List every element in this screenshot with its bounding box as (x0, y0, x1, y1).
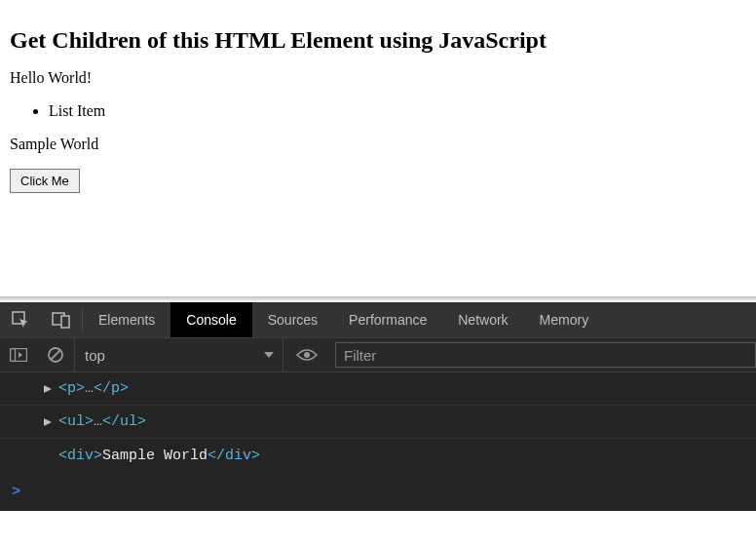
log-tag-close: </p> (94, 380, 129, 397)
svg-point-7 (304, 352, 310, 358)
console-log-row[interactable]: <p>…</p> (0, 372, 756, 406)
svg-rect-2 (61, 316, 69, 328)
prompt-chevron-icon: > (12, 484, 20, 500)
filter-input[interactable]: Filter (335, 342, 756, 368)
log-tag-open: <div> (58, 448, 102, 464)
disclosure-triangle-icon[interactable] (43, 417, 53, 427)
chevron-down-icon (263, 349, 275, 361)
tab-performance[interactable]: Performance (333, 302, 442, 337)
tab-memory[interactable]: Memory (524, 302, 605, 337)
log-ellipsis: … (94, 413, 102, 430)
disclosure-triangle-icon[interactable] (43, 384, 53, 394)
log-tag-open: <ul> (58, 413, 94, 430)
tab-console[interactable]: Console (170, 302, 251, 337)
console-log-row[interactable]: <div>Sample World</div> (0, 439, 756, 472)
log-tag-open: <p> (58, 380, 85, 397)
tab-sources[interactable]: Sources (252, 302, 333, 337)
live-expression-icon[interactable] (283, 338, 329, 371)
sample-div: Sample World (10, 136, 746, 153)
execution-context-label: top (85, 347, 105, 364)
console-output: <p>…</p> <ul>…</ul> <div>Sample World</d… (0, 372, 756, 511)
console-sidebar-toggle-icon[interactable] (0, 338, 37, 371)
log-ellipsis: … (85, 380, 94, 397)
log-tag-close: </ul> (102, 413, 146, 430)
tab-network[interactable]: Network (442, 302, 523, 337)
log-tag-close: </div> (208, 448, 260, 464)
hello-paragraph: Hello World! (10, 69, 746, 87)
page-heading: Get Children of this HTML Element using … (10, 27, 746, 54)
sample-list: List Item (10, 102, 746, 120)
svg-rect-4 (11, 349, 16, 362)
list-item: List Item (49, 102, 746, 120)
console-prompt[interactable]: > (0, 472, 756, 511)
console-toolbar: top Filter (0, 337, 756, 372)
execution-context-selector[interactable]: top (74, 338, 283, 371)
page-content: Get Children of this HTML Element using … (0, 0, 756, 296)
console-log-row[interactable]: <ul>…</ul> (0, 406, 756, 439)
click-me-button[interactable]: Click Me (10, 169, 80, 193)
devtools-tabbar: Elements Console Sources Performance Net… (0, 302, 756, 337)
svg-line-6 (51, 350, 60, 360)
inspect-element-icon[interactable] (0, 302, 41, 337)
log-text: Sample World (102, 448, 208, 464)
clear-console-icon[interactable] (37, 338, 74, 371)
device-toggle-icon[interactable] (41, 302, 82, 337)
tab-elements[interactable]: Elements (83, 302, 170, 337)
devtools-panel: Elements Console Sources Performance Net… (0, 296, 756, 511)
